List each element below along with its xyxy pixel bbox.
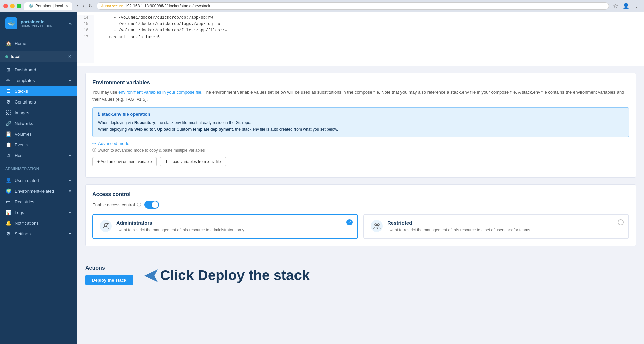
sidebar-user-related-label: User-related [15,178,65,183]
sidebar-item-containers[interactable]: ⚙ Containers [0,96,77,107]
notifications-icon: 🔔 [5,220,11,226]
sidebar-item-user-related[interactable]: 👤 User-related ▼ [0,175,77,186]
access-cards: Administrators I want to restrict the ma… [92,214,629,239]
sidebar-containers-label: Containers [15,99,72,105]
browser-tab[interactable]: 🐳 Portainer | local ✕ [24,2,72,10]
sidebar-item-host[interactable]: 🖥 Host ▼ [0,150,77,161]
line-num-16: 16 [81,27,90,34]
sidebar-events-label: Events [15,142,72,147]
forward-btn[interactable]: › [81,2,85,10]
sidebar-item-settings[interactable]: ⚙ Settings ▼ [0,228,77,239]
window-close-btn[interactable] [3,4,8,8]
browser-actions: ☆ 👤 ⋮ [612,2,641,10]
sidebar-item-networks[interactable]: 🔗 Networks [0,118,77,129]
sidebar-images-label: Images [15,110,72,115]
nav-buttons: ‹ › ↻ [75,2,94,10]
profile-btn[interactable]: 👤 [621,2,631,10]
sidebar-item-volumes[interactable]: 💾 Volumes [0,129,77,139]
sidebar-item-events[interactable]: 📋 Events [0,139,77,150]
sidebar-item-dashboard[interactable]: ⊞ Dashboard [0,64,77,75]
sidebar-item-logs[interactable]: 📊 Logs ▼ [0,207,77,218]
env-vars-section: Environment variables You may use enviro… [85,73,636,178]
window-controls [3,4,21,8]
env-vars-link[interactable]: environment variables in your compose fi… [118,90,201,95]
main-content: 14 15 16 17 - /volume1/docker/quickdrop/… [77,12,644,344]
refresh-btn[interactable]: ↻ [87,2,94,10]
logo-brand: portainer.io [21,19,52,24]
deploy-stack-btn[interactable]: Deploy the stack [85,275,133,285]
line-num-17: 17 [81,34,90,41]
security-text: Not secure [105,4,123,8]
address-text: 192.168.1.18:9000/#!/2/docker/stacks/new… [125,4,210,8]
access-card-administrators[interactable]: Administrators I want to restrict the ma… [92,214,358,239]
sidebar-notifications-label: Notifications [15,221,72,226]
hint-icon: ⓘ [92,147,96,153]
dashboard-icon: ⊞ [5,67,11,72]
sidebar-collapse-btn[interactable]: « [69,21,72,26]
volumes-icon: 💾 [5,131,11,137]
sidebar-item-home[interactable]: 🏠 Home [0,38,77,49]
tab-title: Portainer | local [35,4,63,8]
sidebar-settings-label: Settings [15,231,65,236]
tab-close-icon[interactable]: ✕ [65,4,68,8]
access-control-section: Access control Enable access control ⓘ [85,184,636,246]
advanced-mode-hint: ⓘ Switch to advanced mode to copy & past… [92,147,629,153]
enable-access-toggle[interactable] [144,201,159,209]
admin-card-desc: I want to restrict the management of thi… [116,227,351,233]
events-icon: 📋 [5,142,11,147]
sidebar-item-stacks[interactable]: ☰ Stacks [0,86,77,96]
sidebar-templates-label: Templates [15,78,65,83]
env-name-label: local [11,54,65,59]
sidebar-item-registries[interactable]: 🗃 Registries [0,196,77,207]
code-content[interactable]: - /volume1/docker/quickdrop/db:/app/db:r… [94,15,233,63]
home-icon: 🏠 [5,41,11,46]
sidebar-logo: 🐳 portainer.io Community Edition « [0,12,77,35]
sidebar-item-templates[interactable]: ✏ Templates ▼ [0,75,77,86]
actions-title: Actions [85,265,133,271]
restricted-radio[interactable] [618,219,624,225]
add-env-var-btn[interactable]: + Add an environment variable [92,157,157,166]
sidebar-dashboard-label: Dashboard [15,67,72,72]
sidebar-nav-section: ⊞ Dashboard ✏ Templates ▼ ☰ Stacks ⚙ Con… [0,62,77,163]
upload-icon: ⬆ [165,159,168,164]
stack-env-info-box: ℹ stack.env file operation When deployin… [92,107,629,137]
code-editor-area: 14 15 16 17 - /volume1/docker/quickdrop/… [77,12,644,66]
access-help-icon[interactable]: ⓘ [137,202,141,208]
images-icon: 🖼 [5,110,11,115]
admin-icon [100,220,112,232]
settings-icon: ⚙ [5,231,11,236]
info-icon: ℹ [98,112,100,117]
actions-content: Actions Deploy the stack [85,265,133,285]
info-box-title: ℹ stack.env file operation [98,112,623,117]
load-env-file-btn[interactable]: ⬆ Load variables from .env file [160,157,226,166]
address-bar[interactable]: ⚠ Not secure 192.168.1.18:9000/#!/2/dock… [97,2,609,10]
advanced-mode-link[interactable]: Advanced mode [98,141,129,146]
env-vars-desc: You may use environment variables in you… [92,89,629,103]
back-btn[interactable]: ‹ [75,2,79,10]
admin-radio[interactable] [346,219,353,225]
logo-content: 🐳 portainer.io Community Edition [5,17,52,29]
portainer-logo-icon: 🐳 [5,17,17,29]
window-maximize-btn[interactable] [17,4,21,8]
sidebar-env-header: local ✕ [0,51,77,62]
user-related-icon: 👤 [5,178,11,183]
window-minimize-btn[interactable] [10,4,15,8]
user-related-arrow-icon: ▼ [68,179,72,182]
annotation-arrow-icon: ➤ [143,265,160,285]
access-card-restricted[interactable]: Restricted I want to restrict the manage… [363,214,629,239]
env-related-arrow-icon: ▼ [68,189,72,193]
svg-point-0 [104,223,107,226]
menu-btn[interactable]: ⋮ [633,2,641,10]
sidebar-stacks-label: Stacks [15,89,72,94]
sidebar-item-env-related[interactable]: 🌍 Environment-related ▼ [0,186,77,196]
sidebar: 🐳 portainer.io Community Edition « 🏠 Hom… [0,12,77,344]
sidebar-item-notifications[interactable]: 🔔 Notifications [0,218,77,228]
bookmark-btn[interactable]: ☆ [612,2,619,10]
security-indicator: ⚠ Not secure [101,4,123,8]
browser-chrome: 🐳 Portainer | local ✕ ‹ › ↻ ⚠ Not secure… [0,0,644,12]
host-icon: 🖥 [5,153,11,158]
env-close-btn[interactable]: ✕ [68,54,72,59]
sidebar-item-images[interactable]: 🖼 Images [0,107,77,118]
sidebar-registries-label: Registries [15,199,72,204]
svg-point-3 [375,224,377,226]
